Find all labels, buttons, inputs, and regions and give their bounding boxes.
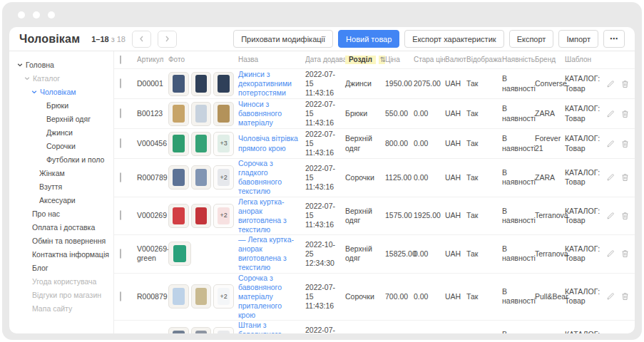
more-photos-badge[interactable]: +2 [213,327,234,333]
sidebar-item[interactable]: Головна [9,58,113,71]
sidebar-item[interactable]: Оплата і доставка [9,220,113,234]
window-maximize-button[interactable] [48,11,55,19]
sidebar-item[interactable]: Про нас [9,207,113,220]
column-header[interactable]: Бренд [535,56,565,65]
column-header[interactable]: Стара ціна [414,56,445,65]
product-name-link[interactable]: Сорочка з бавовняного матеріалу притален… [238,274,305,321]
more-photos-badge[interactable]: +3 [213,132,234,156]
sidebar-item[interactable]: Футболки и поло [9,152,113,166]
delete-icon[interactable] [621,173,629,182]
product-photo[interactable] [191,72,212,96]
product-photo[interactable] [213,102,234,126]
sidebar-item[interactable]: Джинси [9,125,113,139]
column-header[interactable]: Наявність [502,56,535,65]
column-header[interactable]: Артикул [137,56,168,65]
sidebar-item[interactable]: Сорочки [9,139,113,152]
row-checkbox[interactable] [120,172,121,182]
edit-icon[interactable] [606,249,615,258]
product-photo[interactable] [168,204,189,228]
edit-icon[interactable] [606,292,615,301]
select-all-checkbox[interactable] [120,56,121,64]
delete-icon[interactable] [621,140,629,148]
more-photos-badge[interactable]: +2 [213,165,234,190]
product-photo[interactable] [191,132,212,156]
sidebar-item[interactable]: Блог [9,261,113,274]
window-minimize-button[interactable] [33,11,40,19]
sidebar-item[interactable]: Чоловікам [9,85,113,98]
product-name-link[interactable]: Джинси з декоративними потертостями [238,70,305,98]
column-header-sorted[interactable]: Розділ⇅ [345,56,385,65]
pagination-next-button[interactable] [158,31,177,48]
section-cell: Сорочки [345,292,385,301]
product-photo[interactable] [191,284,212,309]
row-checkbox[interactable] [120,78,121,88]
more-photos-badge[interactable]: +2 [213,284,234,309]
product-name-link[interactable]: — Легка куртка-анорак виготовлена з текс… [238,235,305,273]
more-actions-button[interactable]: ⋯ [603,30,625,48]
product-photo[interactable] [213,72,234,96]
more-photos-badge[interactable]: +2 [213,204,234,228]
delete-icon[interactable] [621,110,629,118]
product-photo[interactable] [191,102,212,126]
sidebar-item[interactable]: Верхній одяг [9,112,113,125]
row-checkbox[interactable] [120,138,121,148]
product-photo[interactable] [168,165,189,190]
product-photo[interactable] [191,204,212,228]
sidebar-item[interactable]: Жінкам [9,166,113,180]
column-header[interactable]: Назва [238,56,305,65]
product-photo[interactable] [168,284,189,309]
delete-icon[interactable] [621,292,629,301]
product-name-link[interactable]: Чиноси з бавовняного матеріалу [238,100,305,128]
product-photo[interactable] [168,102,189,126]
section-cell: Верхній одяг [345,244,385,263]
product-photo[interactable] [191,327,212,333]
new-product-button[interactable]: Новий товар [338,30,399,48]
availability-cell: В наявності [502,244,535,263]
edit-icon[interactable] [606,212,615,220]
sort-icon[interactable]: ⇅ [379,56,385,65]
delete-icon[interactable] [621,80,629,88]
window-close-button[interactable] [18,11,25,19]
sidebar-item[interactable]: Контактна інформація [9,247,113,261]
product-name-link[interactable]: Чоловіча вітрівка прямого крою [238,134,305,152]
sidebar-item[interactable]: Мапа сайту [9,301,113,315]
edit-icon[interactable] [606,80,615,88]
column-header[interactable]: Дата додавання [305,56,345,65]
product-name-link[interactable]: Легка куртка-анорак виготовлена з тексти… [238,197,305,235]
sidebar-item[interactable]: Обмін та повернення [9,234,113,247]
edit-icon[interactable] [606,140,615,148]
column-header[interactable]: Відображати [466,56,502,65]
sidebar-item[interactable]: Брюки [9,98,113,112]
import-button[interactable]: Імпорт [558,30,598,48]
product-photo[interactable] [168,132,189,156]
column-header[interactable]: Фото [168,56,238,65]
sidebar-item[interactable]: Угода користувача [9,274,113,288]
row-checkbox[interactable] [120,210,121,220]
delete-icon[interactable] [621,212,629,220]
product-name-link[interactable]: Штани з бавовняного матеріалу прямого кр… [238,321,305,333]
column-header[interactable]: Валюта [445,56,466,65]
sidebar-item[interactable]: Взуття [9,180,113,193]
row-checkbox[interactable] [120,291,121,301]
row-checkbox[interactable] [120,249,121,259]
export-characteristics-button[interactable]: Експорт характеристик [404,30,504,48]
product-photo[interactable] [191,165,212,190]
hide-modifications-button[interactable]: Приховати модифікації [233,30,333,48]
product-photo[interactable] [168,72,189,96]
edit-icon[interactable] [606,173,615,182]
column-header[interactable]: Шаблон [565,56,606,65]
product-photo[interactable] [168,242,191,266]
edit-icon[interactable] [606,110,615,118]
export-button[interactable]: Експорт [509,30,554,48]
delete-icon[interactable] [621,249,629,258]
sidebar-item[interactable]: Каталог [9,71,113,85]
column-header[interactable]: Ціна [385,56,414,65]
product-photo[interactable] [168,327,189,333]
row-checkbox[interactable] [120,108,121,118]
pagination-prev-button[interactable] [132,31,151,48]
sidebar-item-label: Про нас [32,209,60,218]
product-name-link[interactable]: Сорочка з гладкого бавовняного текстилю [238,159,305,197]
template-cell: КАТАЛОГ: Товар [565,287,606,306]
sidebar-item[interactable]: Відгуки про магазин [9,288,113,301]
sidebar-item[interactable]: Аксесуари [9,193,113,207]
